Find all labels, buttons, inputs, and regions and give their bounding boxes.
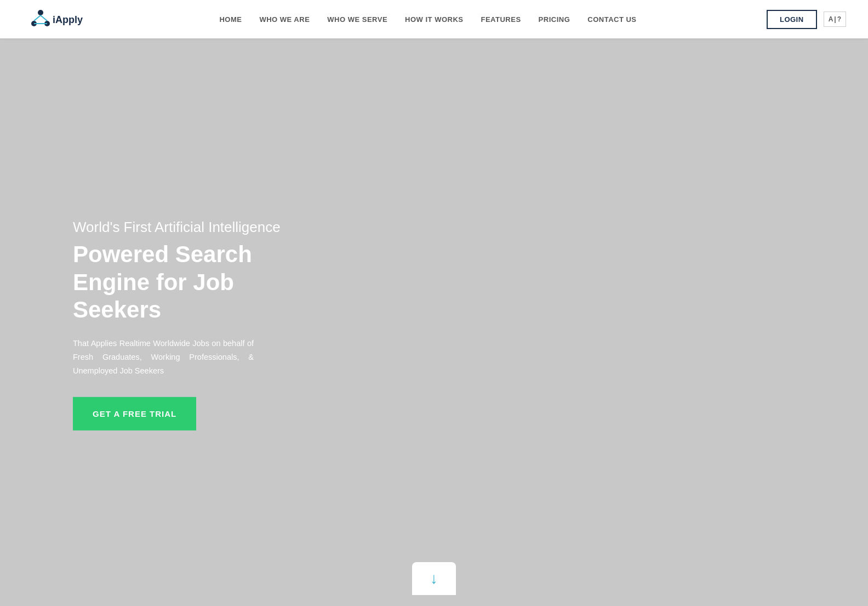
hero-description: That Applies Realtime Worldwide Jobs on … [73,337,254,377]
nav-links: HOME WHO WE ARE WHO WE SERVE HOW IT WORK… [219,14,636,24]
navbar: iApply HOME WHO WE ARE WHO WE SERVE HOW … [0,0,868,38]
nav-how-it-works[interactable]: HOW IT WORKS [405,15,463,24]
nav-home[interactable]: HOME [219,15,242,24]
svg-line-3 [34,15,41,21]
get-free-trial-button[interactable]: GET A FREE TRIAL [73,397,196,431]
nav-pricing[interactable]: PRICING [539,15,570,24]
hero-title: Powered Search Engine for Job Seekers [73,241,325,324]
login-button[interactable]: LOGIN [767,10,817,29]
lang-label: A [829,15,833,23]
nav-contact[interactable]: CONTACT US [587,15,636,24]
nav-features[interactable]: FEATURES [481,15,521,24]
logo[interactable]: iApply [22,3,89,36]
svg-point-0 [38,10,43,15]
nav-right: LOGIN A | ? [767,10,846,29]
nav-who-we-are[interactable]: WHO WE ARE [259,15,310,24]
logo-icon [28,7,53,31]
scroll-indicator[interactable]: ↓ [412,562,456,595]
hero-section: World's First Artificial Intelligence Po… [0,0,868,606]
scroll-down-icon: ↓ [430,570,438,587]
svg-line-4 [41,15,47,21]
nav-who-we-serve[interactable]: WHO WE SERVE [327,15,387,24]
hero-content: World's First Artificial Intelligence Po… [73,218,325,431]
hero-subtitle: World's First Artificial Intelligence [73,218,325,236]
lang-separator: | [834,15,836,23]
logo-text: iApply [53,14,83,26]
lang-secondary: ? [837,15,841,23]
language-button[interactable]: A | ? [824,12,846,27]
